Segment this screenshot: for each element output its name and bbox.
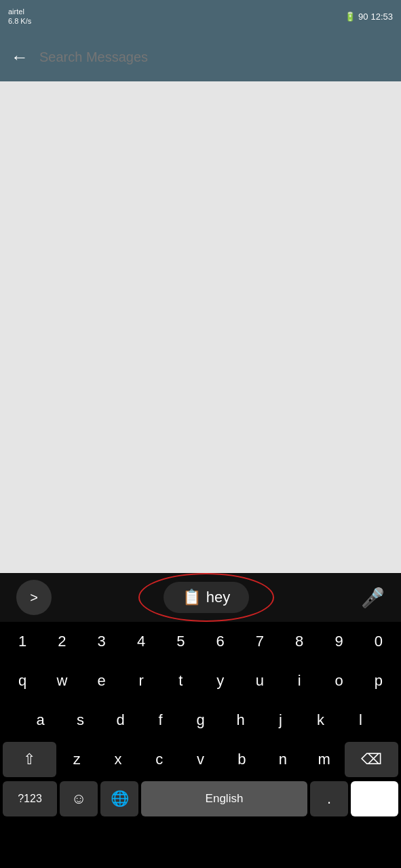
key-a[interactable]: a: [20, 703, 60, 738]
key-p[interactable]: p: [359, 663, 398, 698]
suggestion-hey[interactable]: 📋 hey: [164, 582, 249, 613]
key-x[interactable]: x: [98, 742, 139, 777]
key-8[interactable]: 8: [280, 624, 319, 659]
period-button[interactable]: .: [310, 781, 348, 816]
clipboard-icon: 📋: [183, 589, 201, 606]
key-g[interactable]: g: [180, 703, 221, 738]
status-bar: airtel 6.8 K/s 🔋 90 12:53: [0, 0, 401, 33]
backspace-key[interactable]: ⌫: [345, 742, 398, 777]
key-6[interactable]: 6: [200, 624, 240, 659]
key-5[interactable]: 5: [161, 624, 200, 659]
key-v[interactable]: v: [180, 742, 221, 777]
key-3[interactable]: 3: [82, 624, 121, 659]
key-b[interactable]: b: [221, 742, 263, 777]
key-t[interactable]: t: [161, 663, 200, 698]
battery-text: 90: [358, 12, 368, 22]
key-w[interactable]: w: [42, 663, 81, 698]
key-u[interactable]: u: [240, 663, 280, 698]
key-7[interactable]: 7: [240, 624, 280, 659]
key-f[interactable]: f: [140, 703, 180, 738]
number-row: 1 2 3 4 5 6 7 8 9 0: [0, 622, 401, 661]
key-1[interactable]: 1: [3, 624, 42, 659]
key-2[interactable]: 2: [42, 624, 81, 659]
row-asdf: a s d f g h j k l: [0, 701, 401, 740]
key-n[interactable]: n: [263, 742, 304, 777]
time-text: 12:53: [370, 12, 393, 22]
key-h[interactable]: h: [221, 703, 261, 738]
enter-button[interactable]: [351, 781, 398, 816]
key-j[interactable]: j: [261, 703, 301, 738]
bottom-row: ?123 ☺ 🌐 English .: [0, 779, 401, 818]
status-right: 🔋 90 12:53: [345, 12, 393, 22]
search-input[interactable]: [39, 50, 390, 65]
key-4[interactable]: 4: [121, 624, 161, 659]
mic-button[interactable]: 🎤: [361, 587, 385, 609]
key-z[interactable]: z: [56, 742, 98, 777]
keyboard: > 📋 hey 🎤 1 2 3 4 5 6 7 8 9 0 q w e r t …: [0, 573, 401, 868]
num-sym-button[interactable]: ?123: [3, 781, 57, 816]
key-d[interactable]: d: [100, 703, 140, 738]
key-y[interactable]: y: [200, 663, 240, 698]
space-button[interactable]: English: [141, 781, 307, 816]
emoji-button[interactable]: ☺: [60, 781, 98, 816]
globe-button[interactable]: 🌐: [100, 781, 138, 816]
key-e[interactable]: e: [82, 663, 121, 698]
row-qwerty: q w e r t y u i o p: [0, 661, 401, 701]
speed-text: 6.8 K/s: [8, 16, 31, 26]
key-i[interactable]: i: [280, 663, 319, 698]
status-left: airtel 6.8 K/s: [8, 7, 31, 26]
back-button[interactable]: ←: [11, 47, 28, 68]
suggestions-row: > 📋 hey 🎤: [0, 573, 401, 622]
key-k[interactable]: k: [301, 703, 341, 738]
key-r[interactable]: r: [121, 663, 161, 698]
top-bar: ←: [0, 33, 401, 81]
key-9[interactable]: 9: [319, 624, 358, 659]
carrier-text: airtel: [8, 7, 31, 16]
key-s[interactable]: s: [60, 703, 100, 738]
expand-button[interactable]: >: [16, 580, 52, 615]
key-0[interactable]: 0: [359, 624, 398, 659]
battery-icon: 🔋: [345, 12, 356, 22]
key-c[interactable]: c: [138, 742, 180, 777]
key-o[interactable]: o: [319, 663, 358, 698]
suggestion-text: hey: [206, 589, 230, 606]
key-l[interactable]: l: [341, 703, 381, 738]
key-m[interactable]: m: [303, 742, 345, 777]
key-q[interactable]: q: [3, 663, 42, 698]
main-content: [0, 81, 401, 573]
shift-key[interactable]: ⇧: [3, 742, 56, 777]
row-zxcv: ⇧ z x c v b n m ⌫: [0, 740, 401, 779]
